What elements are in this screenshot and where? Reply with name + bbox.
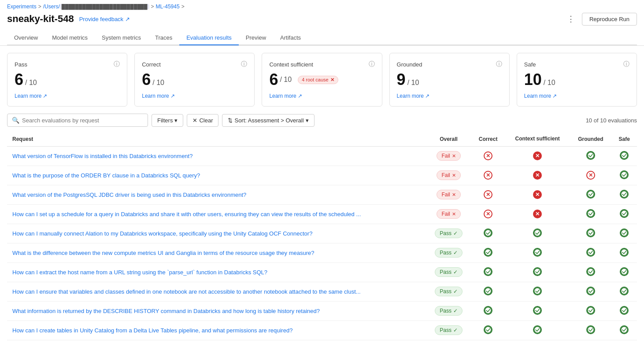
table-row[interactable]: What information is returned by the DESC…: [7, 301, 637, 321]
pass-circle-icon: [620, 190, 629, 199]
correct-cell: [471, 243, 505, 262]
safe-cell: [611, 146, 637, 166]
request-cell[interactable]: What is the purpose of the ORDER BY clau…: [7, 166, 426, 185]
request-cell[interactable]: How can I set up a schedule for a query …: [7, 204, 426, 224]
table-row[interactable]: What version of TensorFlow is installed …: [7, 146, 637, 166]
breadcrumb-run[interactable]: ML-45945: [156, 4, 180, 10]
more-menu-button[interactable]: ⋮: [563, 12, 578, 26]
context-cell: ✕: [505, 204, 570, 224]
table-row[interactable]: How can I create tables in Unity Catalog…: [7, 321, 637, 340]
clear-button[interactable]: ✕ Clear: [187, 114, 218, 127]
metric-value-pass: 6: [15, 72, 23, 88]
pass-circle-icon: [586, 248, 595, 257]
learn-more-context[interactable]: Learn more ↗: [269, 93, 302, 99]
fail-circle-icon: ✕: [484, 151, 492, 160]
th-request: Request: [7, 132, 426, 146]
pass-circle-icon: [484, 306, 492, 315]
request-cell[interactable]: What version of TensorFlow is installed …: [7, 146, 426, 166]
svg-point-1: [621, 152, 627, 158]
svg-point-3: [588, 191, 594, 197]
metric-card-safe: Safe ⓘ 10 / 10 Learn more ↗: [517, 53, 637, 107]
badge-fail: Fail ✕: [437, 209, 460, 219]
svg-point-22: [621, 287, 627, 294]
correct-cell: ✕: [471, 146, 505, 166]
svg-point-13: [588, 249, 594, 255]
correct-cell: [471, 321, 505, 340]
request-cell[interactable]: What information is returned by the DESC…: [7, 301, 426, 321]
tab-artifacts[interactable]: Artifacts: [273, 31, 308, 45]
safe-cell: [611, 282, 637, 301]
safe-cell: [611, 301, 637, 321]
badge-pass: Pass ✓: [435, 325, 463, 335]
pass-circle-icon: [533, 287, 542, 295]
grounded-cell: [570, 262, 611, 282]
table-row[interactable]: What is the difference between the new c…: [7, 243, 637, 262]
tab-model-metrics[interactable]: Model metrics: [45, 31, 95, 45]
table-row[interactable]: What is the purpose of the ORDER BY clau…: [7, 166, 637, 185]
info-icon-context[interactable]: ⓘ: [369, 60, 375, 68]
external-link-icon: ↗: [125, 16, 130, 22]
fail-dot-icon: ✕: [533, 171, 542, 180]
request-cell[interactable]: How can I ensure that variables and clas…: [7, 282, 426, 301]
request-cell[interactable]: How can I extract the host name from a U…: [7, 262, 426, 282]
close-icon: ✕: [452, 192, 456, 198]
learn-more-correct[interactable]: Learn more ↗: [142, 93, 174, 99]
filters-button[interactable]: Filters ▾: [152, 114, 183, 127]
fail-circle-icon: ✕: [586, 171, 595, 180]
tab-evaluation-results[interactable]: Evaluation results: [179, 31, 239, 45]
pass-circle-icon: [586, 267, 595, 276]
request-cell[interactable]: What is the difference between the new c…: [7, 243, 426, 262]
pass-circle-icon: [620, 325, 629, 334]
info-icon-safe[interactable]: ⓘ: [623, 60, 629, 68]
table-row[interactable]: How can I extract the host name from a U…: [7, 262, 637, 282]
grounded-cell: [570, 185, 611, 204]
pass-circle-icon: [533, 248, 542, 257]
tab-preview[interactable]: Preview: [239, 31, 273, 45]
grounded-cell: [570, 282, 611, 301]
context-cell: [505, 243, 570, 262]
tab-system-metrics[interactable]: System metrics: [95, 31, 148, 45]
info-icon-grounded[interactable]: ⓘ: [496, 60, 502, 68]
th-correct: Correct: [471, 132, 505, 146]
safe-cell: [611, 166, 637, 185]
pass-circle-icon: [533, 228, 542, 237]
learn-more-safe[interactable]: Learn more ↗: [524, 93, 557, 99]
request-cell[interactable]: How can I manually connect Alation to my…: [7, 224, 426, 243]
tab-traces[interactable]: Traces: [148, 31, 179, 45]
pass-circle-icon: [620, 287, 629, 295]
table-row[interactable]: How can I manually connect Alation to my…: [7, 224, 637, 243]
breadcrumb-experiments[interactable]: Experiments: [7, 4, 37, 10]
reproduce-run-button[interactable]: Reproduce Run: [582, 13, 637, 26]
overall-cell: Fail ✕: [426, 204, 471, 224]
sort-icon: ⇅: [228, 117, 233, 124]
table-row[interactable]: What version of the PostgresSQL JDBC dri…: [7, 185, 637, 204]
request-cell[interactable]: What version of the PostgresSQL JDBC dri…: [7, 185, 426, 204]
info-icon-pass[interactable]: ⓘ: [114, 60, 120, 68]
pass-circle-icon: [533, 267, 542, 276]
overall-cell: Fail ✕: [426, 146, 471, 166]
request-cell[interactable]: How can I create tables in Unity Catalog…: [7, 321, 426, 340]
context-cell: [505, 301, 570, 321]
svg-point-6: [621, 210, 627, 216]
feedback-link[interactable]: Provide feedback ↗: [79, 16, 130, 22]
tab-overview[interactable]: Overview: [7, 31, 45, 45]
external-link-icon: ↗: [170, 93, 175, 99]
svg-point-5: [588, 210, 594, 216]
metric-value-safe: 10: [524, 72, 542, 88]
table-row[interactable]: How can I set up a schedule for a query …: [7, 204, 637, 224]
sort-button[interactable]: ⇅ Sort: Assessment > Overall ▾: [222, 114, 314, 127]
table-row[interactable]: How can I ensure that variables and clas…: [7, 282, 637, 301]
learn-more-pass[interactable]: Learn more ↗: [15, 93, 47, 99]
overall-cell: Pass ✓: [426, 301, 471, 321]
breadcrumb-users[interactable]: /Users/█████████████████████████: [43, 4, 149, 10]
page-title: sneaky-kit-548: [7, 13, 74, 25]
overall-cell: Pass ✓: [426, 321, 471, 340]
svg-point-9: [588, 229, 594, 236]
metric-label-pass: Pass: [15, 61, 27, 68]
search-input[interactable]: [22, 117, 143, 124]
close-icon: ✕: [452, 173, 456, 178]
info-icon-correct[interactable]: ⓘ: [241, 60, 247, 68]
root-cause-badge[interactable]: 4 root cause ✕: [298, 76, 338, 84]
learn-more-grounded[interactable]: Learn more ↗: [397, 93, 429, 99]
context-cell: [505, 224, 570, 243]
